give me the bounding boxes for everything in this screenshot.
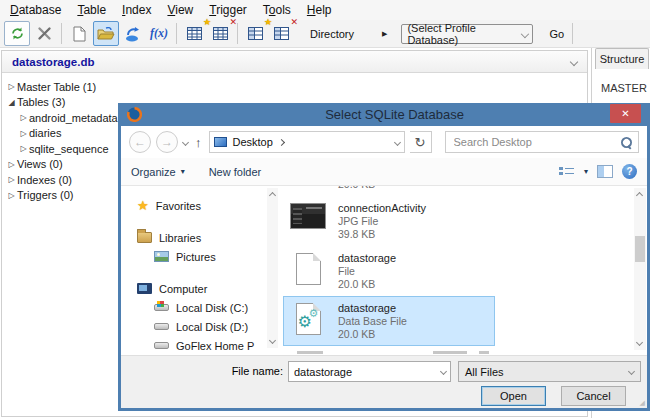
resize-grip[interactable]: ◢ [640, 399, 645, 406]
sidebar-item-favorites[interactable]: ★Favorites [137, 196, 267, 215]
new-folder-button[interactable]: New folder [209, 166, 262, 178]
sidebar-item-local-disk-d[interactable]: Local Disk (D:) [137, 317, 267, 336]
search-icon [619, 134, 635, 150]
menu-view[interactable]: View [159, 1, 201, 19]
file-item-datastorage-db[interactable]: ⚙⚙ datastorage Data Base File 20.0 KB [283, 296, 495, 346]
toolbar-separator [572, 23, 573, 44]
partial-file-row-top: 20.0 KB [283, 186, 631, 196]
recent-locations-chevron-icon[interactable] [182, 138, 189, 145]
organize-button[interactable]: Organize ▾ [131, 166, 185, 178]
refresh-icon: ↻ [415, 135, 426, 150]
menu-table[interactable]: Table [69, 1, 114, 19]
sidebar-item-libraries[interactable]: Libraries [137, 228, 267, 247]
directory-arrow-icon[interactable]: ▶ [382, 30, 387, 38]
refresh-button[interactable]: ↻ [410, 131, 432, 153]
open-folder-icon [97, 27, 115, 41]
view-caret-icon[interactable]: ▾ [584, 167, 588, 176]
tree-collapsed-icon[interactable]: ▷ [6, 175, 17, 184]
sidebar-item-local-disk-c[interactable]: Local Disk (C:) [137, 298, 267, 317]
sidebar-scrollbar[interactable] [267, 188, 278, 348]
sidebar-item-goflex[interactable]: GoFlex Home P [137, 336, 267, 355]
tree-collapsed-icon[interactable]: ▷ [6, 191, 17, 200]
open-button[interactable]: Open [481, 386, 546, 406]
file-name-combobox[interactable] [288, 361, 451, 382]
scroll-down-icon[interactable] [636, 339, 643, 346]
refresh-button[interactable] [4, 21, 30, 46]
breadcrumb-location[interactable]: Desktop [233, 136, 273, 148]
cancel-button[interactable]: Cancel [561, 386, 626, 406]
chevron-down-icon[interactable] [570, 57, 578, 65]
tree-collapsed-icon[interactable]: ▷ [18, 144, 29, 153]
refresh-icon [10, 26, 25, 41]
tree-expanded-icon[interactable]: ◢ [6, 98, 17, 107]
tree-collapsed-icon[interactable]: ▷ [6, 160, 17, 169]
chevron-right-icon[interactable] [278, 138, 285, 145]
sidebar-gap [137, 266, 267, 279]
file-name-input[interactable] [289, 366, 441, 378]
forward-icon: → [161, 135, 173, 149]
close-button[interactable]: ✕ [610, 104, 641, 123]
table-grid-icon [187, 27, 202, 40]
profile-database-select[interactable]: (Select Profile Database) [401, 24, 533, 44]
scroll-up-icon[interactable] [636, 192, 643, 199]
address-dropdown-chevron-icon[interactable] [393, 138, 400, 145]
sidebar-item-computer[interactable]: Computer [137, 279, 267, 298]
app-toolbar: f(x) ★ ✕ ★ ✕ Directory ▶ (Select Profile… [0, 20, 650, 48]
favorites-star-icon: ★ [137, 199, 149, 212]
file-item-datastorage-file[interactable]: datastorage File 20.0 KB [283, 246, 495, 296]
preview-pane-icon[interactable] [597, 165, 613, 178]
menu-database[interactable]: Database [2, 1, 69, 19]
forward-button[interactable]: → [156, 131, 178, 153]
file-type-select[interactable]: All Files [458, 361, 641, 382]
new-folder-label: New folder [209, 166, 262, 178]
go-button[interactable]: Go [545, 26, 568, 42]
sidebar-item-label: Local Disk (C:) [176, 302, 248, 314]
menu-help[interactable]: Help [299, 1, 340, 19]
table-pane-icon [274, 27, 289, 40]
tree-item-master-table[interactable]: ▷Master Table (1) [6, 79, 587, 95]
new-database-button[interactable] [67, 22, 91, 45]
functions-button[interactable]: f(x) [147, 22, 171, 45]
tree-item-label: Master Table (1) [17, 81, 96, 93]
windows-flag-icon [157, 301, 164, 307]
database-panel-header[interactable]: datastorage.db [2, 51, 587, 73]
back-button[interactable]: ← [129, 131, 151, 153]
up-icon: ↑ [195, 135, 202, 150]
sidebar-item-pictures[interactable]: Pictures [137, 247, 267, 266]
attach-database-button[interactable] [121, 22, 145, 45]
new-view-button[interactable]: ★ [243, 22, 267, 45]
scroll-down-icon[interactable] [269, 337, 276, 344]
file-list-scrollbar[interactable] [634, 188, 646, 350]
file-item-connectionactivity[interactable]: connectionActivity JPG File 39.8 KB [283, 196, 495, 246]
tree-collapsed-icon[interactable]: ▷ [18, 113, 29, 122]
computer-icon [137, 283, 152, 294]
drop-view-button[interactable]: ✕ [269, 22, 293, 45]
drop-table-button[interactable]: ✕ [208, 22, 232, 45]
new-table-button[interactable]: ★ [182, 22, 206, 45]
help-button[interactable]: ? [622, 164, 637, 179]
menu-index[interactable]: Index [114, 1, 159, 19]
firefox-icon [127, 107, 142, 122]
file-name: datastorage [338, 252, 396, 265]
command-bar-right: ▾ ? [559, 164, 637, 179]
open-database-button[interactable] [93, 21, 119, 46]
options-button[interactable] [32, 22, 56, 45]
dialog-nav-bar: ← → ↑ Desktop ↻ [121, 126, 647, 158]
database-name: datastorage.db [12, 56, 94, 68]
up-button[interactable]: ↑ [195, 135, 202, 150]
scrollbar-thumb[interactable] [635, 236, 645, 262]
tree-collapsed-icon[interactable]: ▷ [6, 82, 17, 91]
search-box[interactable] [445, 131, 640, 153]
dialog-titlebar[interactable]: Select SQLite Database ✕ [121, 103, 647, 126]
tab-structure[interactable]: Structure [595, 48, 649, 69]
breadcrumb[interactable]: Desktop [209, 131, 405, 153]
scroll-up-icon[interactable] [269, 192, 276, 199]
desktop-icon [214, 137, 227, 147]
table-grid-icon [213, 27, 228, 40]
change-view-icon[interactable] [559, 166, 575, 178]
tree-item-label: Triggers (0) [17, 189, 73, 201]
master-partial-text: MASTER [601, 82, 647, 94]
search-input[interactable] [452, 135, 622, 149]
tree-collapsed-icon[interactable]: ▷ [18, 129, 29, 138]
chevron-down-icon[interactable] [440, 368, 447, 375]
